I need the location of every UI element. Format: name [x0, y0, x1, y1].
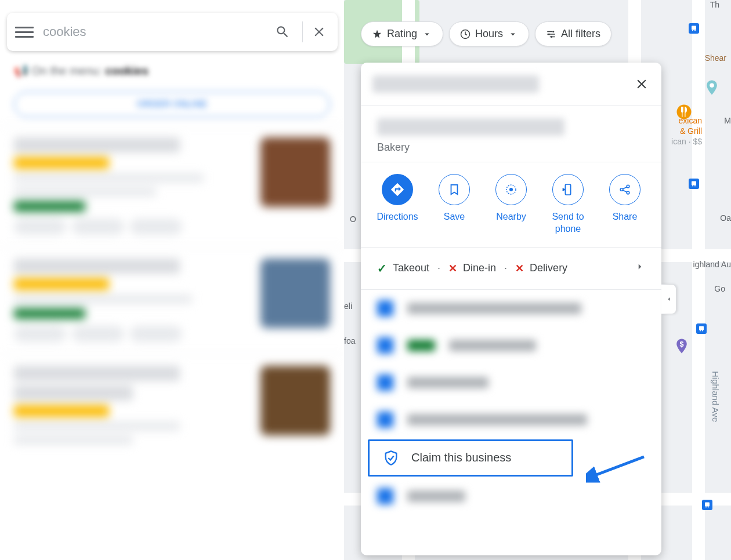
search-divider	[302, 21, 303, 42]
verified-shield-icon	[382, 449, 400, 467]
action-directions[interactable]: Directions	[371, 174, 424, 235]
check-icon: ✓	[377, 261, 387, 275]
info-address-row[interactable]	[361, 290, 661, 327]
x-icon: ✕	[448, 262, 457, 275]
globe-icon	[377, 412, 393, 428]
svg-point-9	[694, 186, 696, 187]
place-label-price: ican · $$	[671, 137, 702, 146]
bus-stop-icon[interactable]	[689, 179, 699, 189]
svg-line-25	[592, 457, 644, 477]
send-phone-icon	[552, 174, 584, 205]
detail-title-block: Bakery	[361, 106, 661, 162]
result-card[interactable]	[0, 125, 344, 246]
results-panel: 📢 On the menu: cookies ORDER ONLINE	[0, 0, 344, 560]
bus-stop-icon[interactable]	[702, 500, 712, 510]
svg-point-0	[710, 83, 714, 88]
map-pin-generic[interactable]	[703, 79, 721, 96]
location-icon	[377, 300, 393, 317]
svg-rect-13	[705, 503, 710, 507]
svg-point-11	[700, 330, 701, 332]
chevron-right-icon	[635, 261, 645, 275]
detail-header-title	[372, 75, 539, 93]
action-row: Directions Save Nearby Send to phone Sha…	[361, 162, 661, 248]
place-label-th: Th	[710, 0, 719, 9]
chevron-down-icon	[422, 29, 432, 39]
annotation-arrow	[586, 451, 650, 483]
place-label-m: M	[724, 116, 731, 125]
directions-icon	[382, 174, 413, 205]
svg-point-18	[551, 36, 552, 38]
svg-point-8	[692, 186, 693, 187]
svg-rect-10	[699, 326, 704, 330]
svg-point-12	[702, 330, 703, 332]
detail-category: Bakery	[377, 141, 645, 154]
close-icon[interactable]	[309, 21, 330, 42]
search-icon[interactable]	[272, 21, 293, 42]
clock-icon	[377, 337, 393, 354]
place-label-highland-auto: ighland Au	[693, 260, 731, 269]
menu-icon[interactable]	[15, 23, 34, 41]
phone-icon	[377, 374, 393, 391]
nearby-icon	[495, 174, 527, 205]
place-label-eli: eli	[344, 301, 352, 311]
place-label-foam: foa	[344, 336, 355, 346]
action-share[interactable]: Share	[599, 174, 651, 235]
svg-point-20	[509, 188, 513, 191]
bus-stop-icon[interactable]	[689, 23, 699, 34]
place-label-shear: Shear	[705, 53, 726, 63]
collapse-panel-button[interactable]	[661, 284, 676, 314]
result-card[interactable]	[0, 246, 344, 354]
service-takeout: Takeout	[393, 262, 429, 274]
action-save[interactable]: Save	[428, 174, 480, 235]
search-bar	[7, 13, 338, 51]
result-card[interactable]	[0, 354, 344, 461]
svg-point-6	[694, 30, 696, 31]
order-online-button[interactable]: ORDER ONLINE	[14, 92, 330, 117]
street-label-highland: Highland Ave	[711, 371, 721, 422]
close-icon[interactable]	[634, 76, 650, 92]
svg-rect-4	[692, 26, 696, 30]
info-phone-row[interactable]	[361, 364, 661, 401]
action-send-phone[interactable]: Send to phone	[542, 174, 594, 235]
filter-bar: Rating Hours All filters	[361, 21, 611, 46]
svg-point-15	[708, 507, 709, 508]
search-input[interactable]	[43, 24, 269, 39]
chevron-left-icon	[665, 296, 672, 303]
detail-business-name	[377, 118, 564, 136]
map-pin-money[interactable]: $	[673, 337, 690, 355]
map-pin-restaurant[interactable]	[675, 103, 693, 121]
service-dinein: Dine-in	[463, 262, 496, 274]
filter-rating[interactable]: Rating	[361, 21, 443, 46]
detail-header	[361, 63, 661, 106]
svg-point-16	[552, 31, 554, 32]
filter-hours-label: Hours	[475, 28, 503, 40]
info-icon	[377, 488, 393, 504]
chevron-down-icon	[508, 29, 518, 39]
svg-text:$: $	[680, 340, 684, 348]
place-label-o: O	[350, 214, 356, 224]
filter-rating-label: Rating	[387, 28, 417, 40]
svg-rect-21	[565, 184, 570, 195]
info-hours-row[interactable]	[361, 327, 661, 364]
place-label-grill: & Grill	[680, 126, 702, 136]
claim-business-label: Claim this business	[411, 451, 511, 464]
svg-point-1	[677, 105, 692, 119]
results-banner: 📢 On the menu: cookies	[0, 58, 344, 83]
bookmark-icon	[439, 174, 470, 205]
svg-point-17	[548, 33, 550, 35]
info-website-row[interactable]	[361, 401, 661, 438]
service-options-row[interactable]: ✓ Takeout · ✕ Dine-in · ✕ Delivery	[361, 248, 661, 290]
x-icon: ✕	[515, 262, 524, 275]
place-label-go: Go	[714, 284, 725, 293]
filter-hours[interactable]: Hours	[449, 21, 529, 46]
filter-all[interactable]: All filters	[535, 21, 611, 46]
bus-stop-icon[interactable]	[696, 323, 707, 334]
filter-all-label: All filters	[561, 28, 600, 40]
share-icon	[609, 174, 640, 205]
claim-business-button[interactable]: Claim this business	[368, 439, 573, 477]
place-label-oa: Oa	[720, 213, 731, 223]
action-nearby[interactable]: Nearby	[485, 174, 537, 235]
svg-rect-7	[692, 181, 696, 186]
service-delivery: Delivery	[530, 262, 567, 274]
svg-point-14	[705, 507, 707, 508]
